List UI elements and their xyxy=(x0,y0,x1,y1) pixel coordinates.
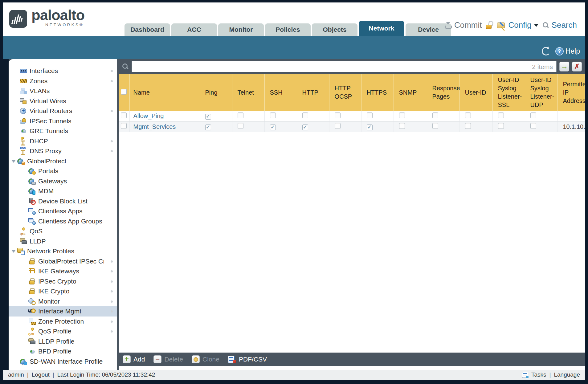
dhcp-icon xyxy=(20,138,27,145)
commit-button[interactable]: Commit xyxy=(444,20,482,30)
profile-link-allow-ping[interactable]: Allow_Ping xyxy=(133,112,164,119)
sidebar-item-mdm[interactable]: MDM xyxy=(9,186,117,196)
sidebar-item-lldp[interactable]: LLDP xyxy=(9,236,117,247)
search-icon xyxy=(122,63,129,70)
last-login-time: Last Login Time: 06/05/2023 11:32:42 xyxy=(57,371,155,378)
sidebar-item-interface-mgmt[interactable]: Interface Mgmt xyxy=(9,306,117,317)
clone-button[interactable]: Clone xyxy=(192,355,219,363)
item-dot xyxy=(111,280,113,283)
help-button[interactable]: Help xyxy=(555,47,580,55)
sidebar-item-qos[interactable]: QoS xyxy=(9,226,117,236)
row-checkbox[interactable] xyxy=(121,123,127,129)
select-all-checkbox[interactable] xyxy=(121,89,127,95)
pdf-csv-button[interactable]: PDF/CSV xyxy=(228,355,267,363)
filter-input[interactable] xyxy=(132,61,557,72)
sidebar-item-lldp-profile[interactable]: LLDP Profile xyxy=(9,337,117,347)
sidebar-item-portals[interactable]: Portals xyxy=(9,166,117,176)
paloalto-logo: paloalto NETWORKS® xyxy=(9,7,84,28)
logo-networks-text: NETWORKS® xyxy=(31,22,84,27)
row-checkbox[interactable] xyxy=(121,112,127,118)
clear-filter-button[interactable]: ✗ xyxy=(572,62,582,71)
sidebar-item-gre-tunnels[interactable]: GRE Tunnels xyxy=(9,126,117,136)
permitted-ip-cell xyxy=(557,111,585,121)
lldp-profile-icon xyxy=(28,338,36,345)
sidebar-item-dns-proxy[interactable]: DNS Proxy xyxy=(9,146,117,156)
item-dot xyxy=(111,330,113,333)
network-profiles-icon xyxy=(17,248,25,255)
sidebar-item-interfaces[interactable]: Interfaces xyxy=(9,66,117,76)
sidebar-item-zones[interactable]: Zones xyxy=(9,76,117,86)
search-button[interactable]: Search xyxy=(542,20,577,30)
telnet-check xyxy=(238,123,243,129)
sidebar-item-qos-profile[interactable]: QoS Profile xyxy=(9,326,117,337)
sidebar-item-virtual-wires[interactable]: Virtual Wires xyxy=(9,96,117,106)
col-user-id: User-ID xyxy=(459,74,492,111)
tab-objects[interactable]: Objects xyxy=(312,23,357,36)
status-bar: admin | Logout | Last Login Time: 06/05/… xyxy=(3,370,585,380)
profile-link-mgmt-services[interactable]: Mgmt_Services xyxy=(133,123,176,130)
tab-network[interactable]: Network xyxy=(359,21,404,36)
sidebar-item-bfd-profile[interactable]: BFD Profile xyxy=(9,346,117,357)
sd-wan-interface-profile-icon xyxy=(20,358,27,365)
sidebar-item-monitor[interactable]: Monitor xyxy=(9,296,117,307)
tasks-button[interactable]: Tasks xyxy=(531,371,546,378)
sidebar-item-device-block-list[interactable]: Device Block List xyxy=(9,196,117,206)
clone-icon xyxy=(192,355,200,363)
http-ocsp-check xyxy=(335,112,341,118)
tab-monitor[interactable]: Monitor xyxy=(218,23,264,36)
sidebar-item-network-profiles[interactable]: Network Profiles xyxy=(9,246,117,256)
interface-mgmt-icon xyxy=(28,308,36,315)
sidebar-item-vlans[interactable]: VLANs xyxy=(9,86,117,96)
virtual-wires-icon xyxy=(20,98,27,104)
qos-icon xyxy=(20,228,27,235)
refresh-icon[interactable] xyxy=(542,47,550,55)
chevron-down-icon xyxy=(534,24,538,29)
tab-policies[interactable]: Policies xyxy=(265,23,311,36)
http-check: ✓ xyxy=(302,125,308,130)
virtual-routers-icon xyxy=(20,108,27,114)
col-snmp: SNMP xyxy=(394,74,427,111)
sidebar-item-zone-protection[interactable]: Zone Protection xyxy=(9,317,117,327)
user-id-udp-check xyxy=(530,123,536,129)
col-ping: Ping xyxy=(200,74,232,111)
ipsec-tunnels-icon xyxy=(20,118,27,125)
ping-check: ✓ xyxy=(205,125,211,130)
lock-icon xyxy=(28,258,36,265)
chevron-down-icon[interactable] xyxy=(11,250,16,255)
logout-link[interactable]: Logout xyxy=(32,371,50,378)
unlock-icon[interactable] xyxy=(486,21,493,30)
config-button[interactable]: Config xyxy=(497,20,538,30)
chevron-down-icon[interactable] xyxy=(11,160,16,165)
item-dot xyxy=(111,110,113,112)
apply-filter-button[interactable]: → xyxy=(559,62,569,71)
sidebar-item-globalprotect-ipsec-crypto[interactable]: GlobalProtect IPSec Crypto xyxy=(9,256,117,267)
zone-protection-icon xyxy=(28,318,36,325)
sidebar-item-ipsec-tunnels[interactable]: IPSec Tunnels xyxy=(9,116,117,126)
delete-icon: − xyxy=(153,355,161,363)
user-id-check xyxy=(465,123,471,129)
col-user-id-syslog-udp: User-ID Syslog Listener-UDP xyxy=(525,74,557,111)
sidebar-item-clientless-apps[interactable]: Clientless Apps xyxy=(9,206,117,216)
sidebar-item-globalprotect[interactable]: GlobalProtect xyxy=(9,156,117,166)
sidebar-item-sd-wan-interface-profile[interactable]: SD-WAN Interface Profile xyxy=(9,357,117,367)
tab-acc[interactable]: ACC xyxy=(171,23,217,36)
language-button[interactable]: Language xyxy=(554,371,580,378)
col-https: HTTPS xyxy=(361,74,394,111)
sidebar-item-ike-gateways[interactable]: IKE Gateways xyxy=(9,266,117,276)
sidebar-item-ipsec-crypto[interactable]: IPSec Crypto xyxy=(9,276,117,287)
delete-button[interactable]: − Delete xyxy=(153,355,183,363)
sidebar-item-gateways[interactable]: Gateways xyxy=(9,176,117,186)
sidebar-item-dhcp[interactable]: DHCP xyxy=(9,136,117,146)
vlans-icon xyxy=(20,88,27,94)
portals-icon xyxy=(28,168,36,174)
sidebar-item-ike-crypto[interactable]: IKE Crypto xyxy=(9,286,117,296)
clientless-app-groups-icon xyxy=(28,218,36,225)
response-pages-check xyxy=(432,123,438,129)
add-button[interactable]: + Add xyxy=(123,355,145,363)
tab-dashboard[interactable]: Dashboard xyxy=(125,23,170,36)
ping-check: ✓ xyxy=(205,114,211,120)
sidebar-item-clientless-app-groups[interactable]: Clientless App Groups xyxy=(9,216,117,227)
gre-tunnels-icon xyxy=(20,128,27,134)
sidebar-item-virtual-routers[interactable]: Virtual Routers xyxy=(9,106,117,116)
logo-brand-text: paloalto xyxy=(31,7,84,22)
